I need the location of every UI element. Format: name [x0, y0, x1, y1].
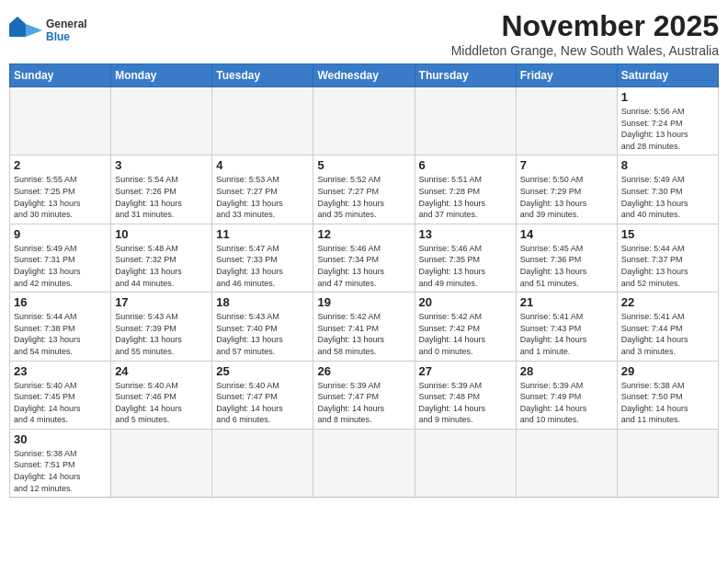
day-number: 6 — [419, 158, 512, 172]
day-info: Sunrise: 5:49 AM Sunset: 7:31 PM Dayligh… — [14, 243, 107, 289]
day-info: Sunrise: 5:40 AM Sunset: 7:45 PM Dayligh… — [14, 380, 107, 426]
day-info: Sunrise: 5:42 AM Sunset: 7:42 PM Dayligh… — [419, 311, 512, 357]
day-info: Sunrise: 5:41 AM Sunset: 7:44 PM Dayligh… — [621, 311, 714, 357]
calendar-cell — [415, 429, 516, 497]
calendar-cell — [415, 87, 516, 155]
calendar-cell: 7Sunrise: 5:50 AM Sunset: 7:29 PM Daylig… — [516, 155, 617, 224]
calendar-cell: 15Sunrise: 5:44 AM Sunset: 7:37 PM Dayli… — [617, 224, 718, 292]
day-number: 28 — [520, 364, 613, 378]
day-info: Sunrise: 5:44 AM Sunset: 7:37 PM Dayligh… — [621, 243, 714, 289]
day-number: 29 — [621, 364, 714, 378]
day-number: 20 — [419, 295, 512, 309]
day-info: Sunrise: 5:52 AM Sunset: 7:27 PM Dayligh… — [317, 174, 410, 220]
day-info: Sunrise: 5:40 AM Sunset: 7:46 PM Dayligh… — [115, 380, 208, 426]
calendar-cell: 30Sunrise: 5:38 AM Sunset: 7:51 PM Dayli… — [10, 429, 111, 497]
week-row-1: 2Sunrise: 5:55 AM Sunset: 7:25 PM Daylig… — [10, 155, 719, 224]
calendar-cell: 29Sunrise: 5:38 AM Sunset: 7:50 PM Dayli… — [617, 361, 718, 429]
calendar-cell — [516, 87, 617, 155]
week-row-0: 1Sunrise: 5:56 AM Sunset: 7:24 PM Daylig… — [10, 87, 719, 155]
calendar-header-row: SundayMondayTuesdayWednesdayThursdayFrid… — [10, 64, 719, 87]
svg-marker-1 — [9, 17, 26, 24]
day-info: Sunrise: 5:55 AM Sunset: 7:25 PM Dayligh… — [14, 174, 107, 220]
day-number: 18 — [216, 295, 309, 309]
calendar-cell: 13Sunrise: 5:46 AM Sunset: 7:35 PM Dayli… — [415, 224, 516, 292]
day-number: 15 — [621, 227, 714, 241]
day-info: Sunrise: 5:46 AM Sunset: 7:34 PM Dayligh… — [317, 243, 410, 289]
calendar-cell: 22Sunrise: 5:41 AM Sunset: 7:44 PM Dayli… — [617, 293, 718, 361]
calendar-cell — [10, 87, 111, 155]
calendar-cell: 11Sunrise: 5:47 AM Sunset: 7:33 PM Dayli… — [212, 224, 313, 292]
calendar-cell — [111, 429, 212, 497]
title-block: November 2025 Middleton Grange, New Sout… — [451, 9, 719, 58]
day-number: 7 — [520, 158, 613, 172]
day-number: 23 — [14, 364, 107, 378]
logo-icon — [9, 17, 42, 44]
day-info: Sunrise: 5:48 AM Sunset: 7:32 PM Dayligh… — [115, 243, 208, 289]
calendar-table: SundayMondayTuesdayWednesdayThursdayFrid… — [9, 63, 719, 498]
day-number: 2 — [14, 158, 107, 172]
day-info: Sunrise: 5:53 AM Sunset: 7:27 PM Dayligh… — [216, 174, 309, 220]
day-number: 21 — [520, 295, 613, 309]
calendar-cell: 19Sunrise: 5:42 AM Sunset: 7:41 PM Dayli… — [313, 293, 415, 361]
week-row-5: 30Sunrise: 5:38 AM Sunset: 7:51 PM Dayli… — [10, 429, 719, 497]
calendar-cell: 27Sunrise: 5:39 AM Sunset: 7:48 PM Dayli… — [415, 361, 516, 429]
logo: General Blue — [9, 17, 87, 44]
day-info: Sunrise: 5:54 AM Sunset: 7:26 PM Dayligh… — [115, 174, 208, 220]
calendar-cell: 8Sunrise: 5:49 AM Sunset: 7:30 PM Daylig… — [617, 155, 718, 224]
calendar-cell: 18Sunrise: 5:43 AM Sunset: 7:40 PM Dayli… — [212, 293, 313, 361]
col-header-sunday: Sunday — [10, 64, 111, 87]
day-info: Sunrise: 5:56 AM Sunset: 7:24 PM Dayligh… — [621, 106, 714, 152]
svg-rect-0 — [9, 24, 26, 37]
calendar-cell — [212, 87, 313, 155]
day-info: Sunrise: 5:39 AM Sunset: 7:49 PM Dayligh… — [520, 380, 613, 426]
day-number: 17 — [115, 295, 208, 309]
calendar-cell — [313, 429, 415, 497]
day-number: 3 — [115, 158, 208, 172]
day-info: Sunrise: 5:38 AM Sunset: 7:50 PM Dayligh… — [621, 380, 714, 426]
col-header-friday: Friday — [516, 64, 617, 87]
day-number: 27 — [419, 364, 512, 378]
month-title: November 2025 — [451, 9, 719, 43]
day-number: 9 — [14, 227, 107, 241]
week-row-2: 9Sunrise: 5:49 AM Sunset: 7:31 PM Daylig… — [10, 224, 719, 292]
day-info: Sunrise: 5:51 AM Sunset: 7:28 PM Dayligh… — [419, 174, 512, 220]
day-number: 11 — [216, 227, 309, 241]
calendar-cell: 25Sunrise: 5:40 AM Sunset: 7:47 PM Dayli… — [212, 361, 313, 429]
calendar-cell — [516, 429, 617, 497]
day-number: 14 — [520, 227, 613, 241]
calendar-cell — [617, 429, 718, 497]
day-info: Sunrise: 5:46 AM Sunset: 7:35 PM Dayligh… — [419, 243, 512, 289]
day-number: 16 — [14, 295, 107, 309]
day-info: Sunrise: 5:43 AM Sunset: 7:40 PM Dayligh… — [216, 311, 309, 357]
day-number: 10 — [115, 227, 208, 241]
calendar-cell: 14Sunrise: 5:45 AM Sunset: 7:36 PM Dayli… — [516, 224, 617, 292]
calendar-cell: 4Sunrise: 5:53 AM Sunset: 7:27 PM Daylig… — [212, 155, 313, 224]
col-header-thursday: Thursday — [415, 64, 516, 87]
calendar-cell: 9Sunrise: 5:49 AM Sunset: 7:31 PM Daylig… — [10, 224, 111, 292]
day-info: Sunrise: 5:39 AM Sunset: 7:48 PM Dayligh… — [419, 380, 512, 426]
day-info: Sunrise: 5:45 AM Sunset: 7:36 PM Dayligh… — [520, 243, 613, 289]
calendar-cell: 6Sunrise: 5:51 AM Sunset: 7:28 PM Daylig… — [415, 155, 516, 224]
calendar-cell: 17Sunrise: 5:43 AM Sunset: 7:39 PM Dayli… — [111, 293, 212, 361]
day-number: 4 — [216, 158, 309, 172]
page-header: General Blue November 2025 Middleton Gra… — [9, 9, 719, 58]
day-number: 19 — [317, 295, 410, 309]
day-number: 12 — [317, 227, 410, 241]
calendar-cell: 21Sunrise: 5:41 AM Sunset: 7:43 PM Dayli… — [516, 293, 617, 361]
calendar-cell: 12Sunrise: 5:46 AM Sunset: 7:34 PM Dayli… — [313, 224, 415, 292]
col-header-saturday: Saturday — [617, 64, 718, 87]
week-row-4: 23Sunrise: 5:40 AM Sunset: 7:45 PM Dayli… — [10, 361, 719, 429]
calendar-cell: 10Sunrise: 5:48 AM Sunset: 7:32 PM Dayli… — [111, 224, 212, 292]
day-info: Sunrise: 5:40 AM Sunset: 7:47 PM Dayligh… — [216, 380, 309, 426]
day-number: 25 — [216, 364, 309, 378]
calendar-cell: 20Sunrise: 5:42 AM Sunset: 7:42 PM Dayli… — [415, 293, 516, 361]
day-info: Sunrise: 5:49 AM Sunset: 7:30 PM Dayligh… — [621, 174, 714, 220]
col-header-monday: Monday — [111, 64, 212, 87]
day-number: 30 — [14, 432, 107, 446]
calendar-cell: 3Sunrise: 5:54 AM Sunset: 7:26 PM Daylig… — [111, 155, 212, 224]
col-header-tuesday: Tuesday — [212, 64, 313, 87]
day-info: Sunrise: 5:50 AM Sunset: 7:29 PM Dayligh… — [520, 174, 613, 220]
day-info: Sunrise: 5:44 AM Sunset: 7:38 PM Dayligh… — [14, 311, 107, 357]
week-row-3: 16Sunrise: 5:44 AM Sunset: 7:38 PM Dayli… — [10, 293, 719, 361]
day-info: Sunrise: 5:42 AM Sunset: 7:41 PM Dayligh… — [317, 311, 410, 357]
